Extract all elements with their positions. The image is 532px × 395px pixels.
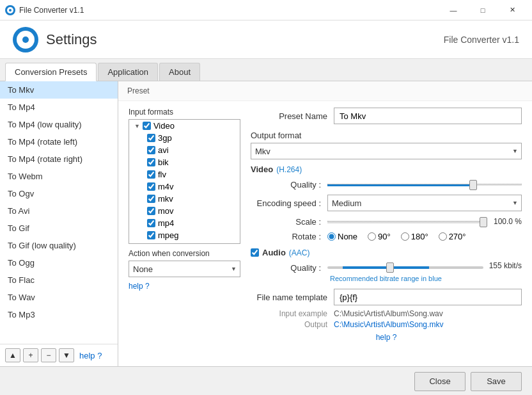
tree-flv[interactable]: flv <box>129 168 240 181</box>
flv-checkbox[interactable] <box>147 170 155 179</box>
bik-checkbox[interactable] <box>147 158 155 166</box>
titlebar: File Converter v1.1 — □ ✕ <box>0 0 532 20</box>
template-help-link[interactable]: help ? <box>376 333 397 342</box>
sidebar-item-to-mp4[interactable]: To Mp4 <box>0 99 118 116</box>
video-codec: (H.264) <box>276 165 302 174</box>
scale-thumb[interactable] <box>480 217 487 227</box>
tab-bar: Conversion Presets Application About <box>0 59 532 81</box>
minimize-button[interactable]: — <box>439 0 468 20</box>
app-header: Settings File Converter v1.1 <box>0 20 532 59</box>
audio-quality-thumb[interactable] <box>386 262 394 273</box>
titlebar-left: File Converter v1.1 <box>5 5 84 15</box>
sidebar-item-to-flac[interactable]: To Flac <box>0 271 118 289</box>
mp4-checkbox[interactable] <box>147 219 155 227</box>
sidebar-item-to-wav[interactable]: To Wav <box>0 289 118 306</box>
mkv-checkbox[interactable] <box>147 195 155 203</box>
video-title: Video <box>251 165 273 174</box>
audio-quality-value: 155 kbit/s <box>483 261 522 270</box>
mpeg-checkbox[interactable] <box>147 231 155 239</box>
quality-thumb[interactable] <box>469 180 477 190</box>
tree-bik[interactable]: bik <box>129 156 240 168</box>
sidebar-item-to-ogv[interactable]: To Ogv <box>0 185 118 202</box>
move-down-button[interactable]: ▼ <box>59 348 74 362</box>
rotate-90[interactable]: 90° <box>368 232 391 241</box>
rotate-group: None 90° 180° 270° <box>327 232 466 241</box>
sidebar-list: To Mkv To Mp4 To Mp4 (low quality) To Mp… <box>0 81 118 344</box>
scale-label: Scale : <box>251 217 327 227</box>
sidebar-item-to-gif[interactable]: To Gif <box>0 220 118 237</box>
tree-mpeg[interactable]: mpeg <box>129 229 240 241</box>
output-example-label: Output <box>251 320 334 329</box>
rotate-270[interactable]: 270° <box>439 232 466 241</box>
output-format-select[interactable]: Mkv Mp4 Avi Ogv Webm <box>251 143 522 159</box>
output-format-label: Output format <box>251 131 522 140</box>
tree-mkv[interactable]: mkv <box>129 193 240 205</box>
output-example-value: C:\Music\Artist\Album\Song.mkv <box>334 320 443 329</box>
m4v-checkbox[interactable] <box>147 182 155 191</box>
action-help-link[interactable]: help ? <box>129 282 150 291</box>
sidebar-item-to-ogg[interactable]: To Ogg <box>0 254 118 271</box>
sidebar-item-to-mp4-low[interactable]: To Mp4 (low quality) <box>0 116 118 133</box>
sidebar-item-to-mp4-right[interactable]: To Mp4 (rotate right) <box>0 150 118 168</box>
action-label: Action when conversion <box>129 249 240 258</box>
tab-application[interactable]: Application <box>98 63 158 81</box>
sidebar-item-to-mp4-left[interactable]: To Mp4 (rotate left) <box>0 133 118 150</box>
quality-slider-container <box>327 178 522 191</box>
input-formats-tree: ▼ Video 3gp avi <box>129 119 240 244</box>
tab-conversion-presets[interactable]: Conversion Presets <box>5 63 97 81</box>
video-checkbox[interactable] <box>143 122 151 130</box>
tree-m4v[interactable]: m4v <box>129 181 240 193</box>
avi-checkbox[interactable] <box>147 146 155 154</box>
input-formats-label: Input formats <box>129 108 240 117</box>
sidebar-item-to-mp3[interactable]: To Mp3 <box>0 306 118 323</box>
action-select[interactable]: None Open folder Open file <box>129 261 240 277</box>
audio-title: Audio <box>262 248 286 257</box>
bottom-bar: Close Save <box>0 366 532 395</box>
app-header-left: Settings <box>13 27 97 52</box>
audio-enabled-checkbox[interactable] <box>251 248 259 257</box>
tree-3gp[interactable]: 3gp <box>129 132 240 144</box>
add-button[interactable]: + <box>23 348 38 362</box>
rotate-label: Rotate : <box>251 232 327 241</box>
app-icon <box>5 5 15 15</box>
titlebar-title: File Converter v1.1 <box>19 6 84 15</box>
main-content: To Mkv To Mp4 To Mp4 (low quality) To Mp… <box>0 81 532 366</box>
tab-about[interactable]: About <box>159 63 200 81</box>
expand-arrow: ▼ <box>134 123 140 129</box>
remove-button[interactable]: − <box>41 348 56 362</box>
app-title: Settings <box>46 31 97 48</box>
tree-avi[interactable]: avi <box>129 144 240 156</box>
sidebar: To Mkv To Mp4 To Mp4 (low quality) To Mp… <box>0 81 118 366</box>
sidebar-item-to-mkv[interactable]: To Mkv <box>0 81 118 99</box>
tree-mov[interactable]: mov <box>129 205 240 217</box>
quality-label: Quality : <box>251 180 327 189</box>
template-input[interactable] <box>334 289 522 305</box>
ogv-checkbox[interactable] <box>147 243 155 244</box>
3gp-checkbox[interactable] <box>147 134 155 142</box>
encoding-select[interactable]: UltrafastSuperfastVeryfast FasterFastMed… <box>327 195 522 211</box>
template-label: File name template <box>251 293 334 302</box>
sidebar-help-link[interactable]: help ? <box>79 351 102 360</box>
tree-ogv[interactable]: ogv <box>129 241 240 244</box>
rotate-none[interactable]: None <box>327 232 357 241</box>
sidebar-item-to-avi[interactable]: To Avi <box>0 202 118 220</box>
close-button-bottom[interactable]: Close <box>414 372 465 391</box>
audio-hint: Recommended bitrate range in blue <box>330 275 483 282</box>
maximize-button[interactable]: □ <box>468 0 497 20</box>
sidebar-item-to-gif-low[interactable]: To Gif (low quality) <box>0 237 118 254</box>
input-example-value: C:\Music\Artist\Album\Song.wav <box>334 309 443 318</box>
sidebar-item-to-webm[interactable]: To Webm <box>0 168 118 185</box>
move-up-button[interactable]: ▲ <box>5 348 20 362</box>
tree-video-parent[interactable]: ▼ Video <box>129 120 240 132</box>
right-panel: Preset placeholder for alignment Input f… <box>118 81 532 366</box>
titlebar-controls: — □ ✕ <box>439 0 527 20</box>
app-logo <box>13 27 38 52</box>
tree-mp4[interactable]: mp4 <box>129 217 240 229</box>
save-button[interactable]: Save <box>471 372 522 391</box>
mov-checkbox[interactable] <box>147 207 155 215</box>
preset-name-input[interactable] <box>334 108 522 124</box>
input-example-label: Input example <box>251 309 334 318</box>
rotate-180[interactable]: 180° <box>401 232 428 241</box>
close-button[interactable]: ✕ <box>497 0 527 20</box>
encoding-label: Encoding speed : <box>251 198 327 208</box>
